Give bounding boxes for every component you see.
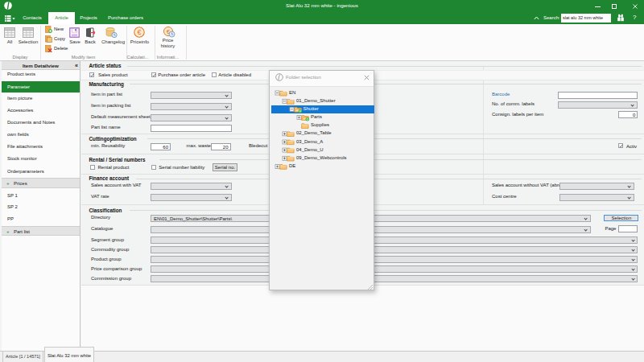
svg-text:€: € [137,28,141,36]
